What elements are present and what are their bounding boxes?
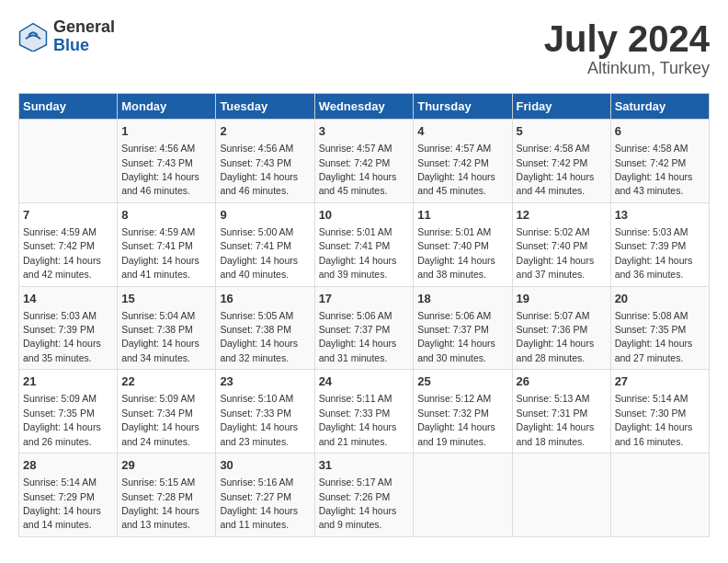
- day-cell: 29Sunrise: 5:15 AM Sunset: 7:28 PM Dayli…: [118, 454, 216, 537]
- day-info: Sunrise: 5:01 AM Sunset: 7:40 PM Dayligh…: [417, 226, 495, 280]
- day-cell: 26Sunrise: 5:13 AM Sunset: 7:31 PM Dayli…: [512, 370, 610, 454]
- day-number: 22: [121, 373, 211, 390]
- day-cell: 7Sunrise: 4:59 AM Sunset: 7:42 PM Daylig…: [19, 202, 118, 286]
- day-info: Sunrise: 5:03 AM Sunset: 7:39 PM Dayligh…: [615, 226, 693, 280]
- col-header-sunday: Sunday: [19, 94, 118, 120]
- calendar-table: SundayMondayTuesdayWednesdayThursdayFrid…: [18, 93, 710, 537]
- day-info: Sunrise: 4:58 AM Sunset: 7:42 PM Dayligh…: [517, 143, 595, 196]
- day-cell: 27Sunrise: 5:14 AM Sunset: 7:30 PM Dayli…: [610, 370, 709, 454]
- day-info: Sunrise: 5:14 AM Sunset: 7:30 PM Dayligh…: [615, 393, 693, 446]
- day-cell: 30Sunrise: 5:16 AM Sunset: 7:27 PM Dayli…: [216, 454, 314, 537]
- day-number: 3: [319, 123, 410, 140]
- day-number: 11: [417, 207, 507, 224]
- day-cell: 24Sunrise: 5:11 AM Sunset: 7:33 PM Dayli…: [314, 370, 414, 454]
- day-number: 23: [220, 373, 310, 390]
- day-number: 4: [417, 123, 507, 140]
- day-info: Sunrise: 5:09 AM Sunset: 7:34 PM Dayligh…: [121, 393, 199, 446]
- subtitle: Altinkum, Turkey: [544, 59, 710, 78]
- day-cell: 12Sunrise: 5:02 AM Sunset: 7:40 PM Dayli…: [512, 202, 610, 286]
- day-info: Sunrise: 5:03 AM Sunset: 7:39 PM Dayligh…: [23, 310, 101, 363]
- col-header-monday: Monday: [118, 94, 216, 120]
- col-header-tuesday: Tuesday: [216, 94, 314, 120]
- day-cell: 14Sunrise: 5:03 AM Sunset: 7:39 PM Dayli…: [19, 286, 118, 370]
- day-info: Sunrise: 4:56 AM Sunset: 7:43 PM Dayligh…: [220, 143, 298, 196]
- col-header-thursday: Thursday: [414, 94, 512, 120]
- day-info: Sunrise: 5:06 AM Sunset: 7:37 PM Dayligh…: [417, 310, 495, 363]
- day-number: 7: [23, 207, 113, 224]
- day-cell: 11Sunrise: 5:01 AM Sunset: 7:40 PM Dayli…: [414, 202, 512, 286]
- day-number: 30: [220, 457, 310, 474]
- logo-text: General Blue: [53, 18, 115, 55]
- logo-icon: [18, 22, 48, 52]
- day-number: 10: [319, 207, 410, 224]
- week-row-2: 7Sunrise: 4:59 AM Sunset: 7:42 PM Daylig…: [19, 202, 710, 286]
- day-cell: 17Sunrise: 5:06 AM Sunset: 7:37 PM Dayli…: [314, 286, 414, 370]
- day-info: Sunrise: 4:59 AM Sunset: 7:42 PM Dayligh…: [23, 226, 101, 280]
- week-row-5: 28Sunrise: 5:14 AM Sunset: 7:29 PM Dayli…: [19, 454, 710, 537]
- day-info: Sunrise: 4:59 AM Sunset: 7:41 PM Dayligh…: [121, 226, 199, 280]
- page-header: General Blue July 2024 Altinkum, Turkey: [18, 18, 710, 78]
- day-number: 5: [517, 123, 607, 140]
- logo-general: General: [53, 18, 115, 37]
- day-info: Sunrise: 4:56 AM Sunset: 7:43 PM Dayligh…: [121, 143, 199, 196]
- col-header-saturday: Saturday: [610, 94, 709, 120]
- day-cell: 31Sunrise: 5:17 AM Sunset: 7:26 PM Dayli…: [314, 454, 414, 537]
- calendar-header-row: SundayMondayTuesdayWednesdayThursdayFrid…: [19, 94, 710, 120]
- day-cell: 18Sunrise: 5:06 AM Sunset: 7:37 PM Dayli…: [414, 286, 512, 370]
- col-header-friday: Friday: [512, 94, 610, 120]
- day-info: Sunrise: 4:57 AM Sunset: 7:42 PM Dayligh…: [319, 143, 397, 196]
- day-number: 17: [319, 291, 410, 307]
- day-cell: 16Sunrise: 5:05 AM Sunset: 7:38 PM Dayli…: [216, 286, 314, 370]
- day-info: Sunrise: 5:15 AM Sunset: 7:28 PM Dayligh…: [121, 477, 199, 530]
- day-cell: 21Sunrise: 5:09 AM Sunset: 7:35 PM Dayli…: [19, 370, 118, 454]
- day-info: Sunrise: 4:57 AM Sunset: 7:42 PM Dayligh…: [417, 143, 495, 196]
- week-row-3: 14Sunrise: 5:03 AM Sunset: 7:39 PM Dayli…: [19, 286, 710, 370]
- day-cell: 28Sunrise: 5:14 AM Sunset: 7:29 PM Dayli…: [19, 454, 118, 537]
- day-cell: [610, 454, 709, 537]
- day-cell: 20Sunrise: 5:08 AM Sunset: 7:35 PM Dayli…: [610, 286, 709, 370]
- day-info: Sunrise: 5:08 AM Sunset: 7:35 PM Dayligh…: [615, 310, 693, 363]
- day-number: 24: [319, 373, 410, 390]
- day-number: 16: [220, 291, 310, 307]
- logo: General Blue: [18, 18, 115, 55]
- title-block: July 2024 Altinkum, Turkey: [544, 18, 710, 78]
- day-info: Sunrise: 5:07 AM Sunset: 7:36 PM Dayligh…: [517, 310, 595, 363]
- day-number: 31: [319, 457, 410, 474]
- day-number: 26: [517, 373, 607, 390]
- day-number: 14: [23, 291, 113, 307]
- day-number: 18: [417, 291, 507, 307]
- day-info: Sunrise: 5:12 AM Sunset: 7:32 PM Dayligh…: [417, 393, 495, 446]
- day-info: Sunrise: 5:16 AM Sunset: 7:27 PM Dayligh…: [220, 477, 298, 530]
- day-info: Sunrise: 5:02 AM Sunset: 7:40 PM Dayligh…: [517, 226, 595, 280]
- day-number: 20: [615, 291, 705, 307]
- day-number: 9: [220, 207, 310, 224]
- day-info: Sunrise: 5:04 AM Sunset: 7:38 PM Dayligh…: [121, 310, 199, 363]
- day-cell: 25Sunrise: 5:12 AM Sunset: 7:32 PM Dayli…: [414, 370, 512, 454]
- day-number: 28: [23, 457, 113, 474]
- day-cell: 2Sunrise: 4:56 AM Sunset: 7:43 PM Daylig…: [216, 120, 314, 203]
- day-number: 29: [121, 457, 211, 474]
- day-info: Sunrise: 5:09 AM Sunset: 7:35 PM Dayligh…: [23, 393, 101, 446]
- week-row-1: 1Sunrise: 4:56 AM Sunset: 7:43 PM Daylig…: [19, 120, 710, 203]
- day-cell: 9Sunrise: 5:00 AM Sunset: 7:41 PM Daylig…: [216, 202, 314, 286]
- day-cell: 10Sunrise: 5:01 AM Sunset: 7:41 PM Dayli…: [314, 202, 414, 286]
- day-cell: 8Sunrise: 4:59 AM Sunset: 7:41 PM Daylig…: [118, 202, 216, 286]
- day-number: 25: [417, 373, 507, 390]
- day-number: 21: [23, 373, 113, 390]
- day-number: 12: [517, 207, 607, 224]
- day-cell: 1Sunrise: 4:56 AM Sunset: 7:43 PM Daylig…: [118, 120, 216, 203]
- day-info: Sunrise: 5:17 AM Sunset: 7:26 PM Dayligh…: [319, 477, 397, 530]
- day-info: Sunrise: 5:05 AM Sunset: 7:38 PM Dayligh…: [220, 310, 298, 363]
- day-info: Sunrise: 5:11 AM Sunset: 7:33 PM Dayligh…: [319, 393, 397, 446]
- day-number: 6: [615, 123, 705, 140]
- day-number: 2: [220, 123, 310, 140]
- main-title: July 2024: [544, 18, 710, 59]
- day-info: Sunrise: 5:10 AM Sunset: 7:33 PM Dayligh…: [220, 393, 298, 446]
- day-cell: 13Sunrise: 5:03 AM Sunset: 7:39 PM Dayli…: [610, 202, 709, 286]
- day-cell: [19, 120, 118, 203]
- day-cell: 15Sunrise: 5:04 AM Sunset: 7:38 PM Dayli…: [118, 286, 216, 370]
- day-number: 8: [121, 207, 211, 224]
- day-number: 13: [615, 207, 705, 224]
- day-cell: 6Sunrise: 4:58 AM Sunset: 7:42 PM Daylig…: [610, 120, 709, 203]
- day-number: 19: [517, 291, 607, 307]
